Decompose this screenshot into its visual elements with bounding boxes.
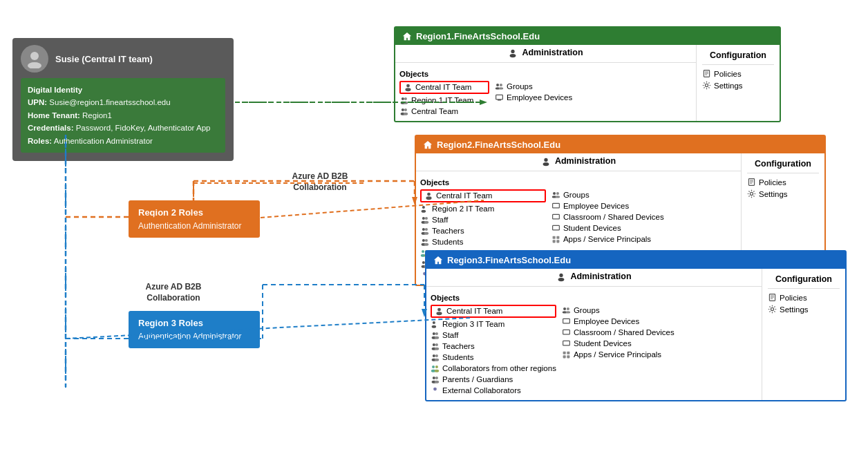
- region3-staff: Staff: [431, 331, 556, 340]
- svg-point-36: [422, 206, 425, 209]
- svg-point-75: [560, 273, 563, 276]
- region1-panel: Region1.FineArtsSchool.Edu Administratio…: [394, 26, 781, 122]
- svg-point-80: [432, 325, 437, 328]
- svg-point-88: [435, 347, 440, 350]
- svg-point-33: [543, 162, 549, 166]
- svg-rect-65: [553, 225, 560, 230]
- svg-point-76: [558, 278, 565, 281]
- region3-settings: Settings: [768, 305, 840, 314]
- svg-point-16: [404, 101, 408, 104]
- svg-point-11: [406, 84, 410, 87]
- region3-it-team: Region 3 IT Team: [431, 320, 556, 329]
- region3-roles-box: Region 3 Roles Authentication Administra…: [129, 311, 260, 348]
- svg-point-59: [553, 192, 556, 195]
- region3-external: External Collaborators: [431, 386, 556, 395]
- svg-point-83: [435, 332, 438, 335]
- region3-policies: Policies: [768, 293, 840, 302]
- susie-digital-identity: Digital Identity UPN: Susie@region1.fine…: [21, 78, 225, 153]
- region2-objects-label: Objects: [420, 178, 546, 187]
- svg-rect-69: [556, 240, 559, 243]
- svg-point-23: [500, 84, 502, 86]
- region2-teachers: Teachers: [420, 227, 546, 236]
- svg-point-95: [435, 366, 438, 368]
- region3-students: Students: [431, 353, 556, 362]
- region2-central-it-team: Central IT Team: [420, 189, 546, 202]
- region3-classroom-devices: Classroom / Shared Devices: [562, 328, 674, 337]
- svg-point-97: [433, 377, 435, 379]
- svg-point-81: [433, 332, 435, 335]
- svg-point-117: [771, 307, 773, 310]
- svg-point-99: [435, 377, 438, 379]
- b2b-collaboration-label-2: Azure AD B2B Collaboration: [129, 282, 218, 303]
- svg-point-40: [425, 217, 428, 220]
- region2-groups: Groups: [551, 191, 664, 200]
- region1-central-team: Central Team: [399, 107, 489, 116]
- svg-point-34: [427, 192, 431, 196]
- svg-rect-25: [496, 95, 503, 99]
- svg-rect-67: [556, 236, 559, 238]
- svg-rect-63: [553, 203, 560, 208]
- svg-point-101: [433, 387, 437, 390]
- svg-point-42: [422, 228, 425, 231]
- svg-point-104: [567, 307, 569, 310]
- region1-groups: Groups: [495, 82, 572, 91]
- svg-point-49: [424, 243, 429, 245]
- region1-employee-devices: Employee Devices: [495, 93, 572, 102]
- svg-point-15: [404, 97, 407, 100]
- region3-parents: Parents / Guardians: [431, 375, 556, 384]
- svg-point-10: [510, 54, 516, 57]
- svg-point-87: [435, 343, 438, 346]
- region2-policies: Policies: [747, 178, 819, 187]
- svg-point-48: [425, 239, 428, 242]
- svg-point-41: [424, 220, 429, 223]
- svg-point-85: [433, 343, 435, 346]
- region2-config-title: Configuration: [747, 156, 819, 173]
- region2-apps: Apps / Service Principals: [551, 235, 664, 244]
- svg-point-74: [750, 192, 753, 195]
- region3-teachers: Teachers: [431, 342, 556, 351]
- svg-point-61: [556, 192, 559, 195]
- svg-point-37: [422, 209, 426, 212]
- region3-collaborators: Collaborators from other regions: [431, 364, 556, 373]
- region2-header: Region2.FineArtsSchool.Edu: [416, 136, 824, 153]
- susie-name: Susie (Central IT team): [55, 54, 153, 64]
- svg-point-32: [544, 158, 547, 161]
- region1-header: Region1.FineArtsSchool.Edu: [395, 28, 780, 45]
- svg-point-9: [511, 49, 515, 53]
- region1-central-it-team: Central IT Team: [399, 81, 489, 94]
- svg-rect-68: [553, 240, 556, 243]
- svg-point-24: [499, 87, 504, 89]
- svg-rect-112: [567, 355, 569, 358]
- region3-apps: Apps / Service Principals: [562, 350, 674, 359]
- susie-header: Susie (Central IT team): [21, 45, 225, 73]
- svg-point-100: [435, 380, 440, 383]
- svg-point-91: [435, 354, 438, 357]
- region3-header: Region3.FineArtsSchool.Edu: [426, 252, 845, 269]
- svg-rect-108: [563, 341, 570, 345]
- svg-rect-64: [553, 214, 560, 219]
- b2b-collaboration-label-1: Azure AD B2B Collaboration: [275, 171, 365, 193]
- region3-config-title: Configuration: [768, 272, 840, 289]
- svg-rect-106: [563, 319, 570, 323]
- svg-point-35: [426, 196, 431, 200]
- svg-point-84: [435, 336, 440, 339]
- svg-point-79: [433, 321, 435, 324]
- region1-settings: Settings: [702, 81, 774, 90]
- svg-point-78: [436, 312, 442, 315]
- region2-staff: Staff: [420, 216, 546, 225]
- svg-line-3: [66, 318, 470, 339]
- svg-point-93: [432, 366, 435, 368]
- svg-point-89: [433, 354, 435, 357]
- region3-panel: Region3.FineArtsSchool.Edu Administratio…: [425, 250, 847, 401]
- svg-point-45: [424, 231, 429, 234]
- region2-student-devices: Student Devices: [551, 224, 664, 233]
- region3-central-it-team: Central IT Team: [431, 305, 556, 318]
- svg-point-8: [28, 62, 41, 68]
- region2-admin-title: Administration: [416, 153, 741, 171]
- region1-it-team: Region 1 IT Team: [399, 96, 489, 105]
- svg-point-38: [422, 217, 425, 220]
- region2-classroom-devices: Classroom / Shared Devices: [551, 213, 664, 222]
- svg-rect-107: [563, 330, 570, 334]
- region3-groups: Groups: [562, 306, 674, 315]
- region3-objects-label: Objects: [431, 294, 556, 302]
